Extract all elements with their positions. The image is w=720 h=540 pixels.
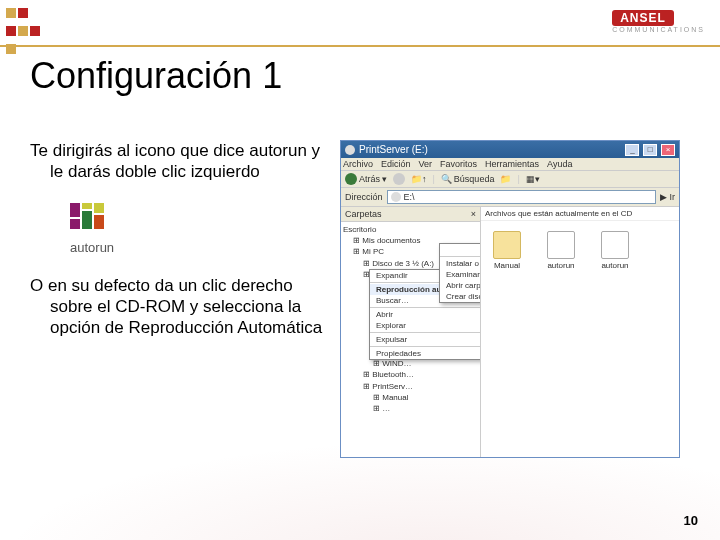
address-label: Dirección [345,192,383,202]
close-tree-icon[interactable]: × [471,209,476,219]
menu-item[interactable]: Archivo [343,159,373,169]
tree-item[interactable]: ⊞ Bluetooth… [343,369,478,380]
menu-item[interactable]: Herramientas [485,159,539,169]
brand-name: ANSEL [612,10,674,26]
tree-item[interactable]: ⊞ Manual [343,392,478,403]
minimize-button[interactable]: _ [625,144,639,156]
ctx-item[interactable]: Crear discs and style [440,291,481,302]
ctx-item[interactable]: Explorar [370,320,481,331]
folders-button[interactable]: 📁 [500,174,511,184]
autorun-icon-block: autorun [70,203,330,255]
go-button[interactable]: ▶ Ir [660,192,675,202]
divider [0,45,720,47]
page-title: Configuración 1 [30,55,282,97]
autorun-icon [70,203,110,238]
context-submenu: …InstallShield Instalar o ejecutar progr… [439,243,481,303]
paragraph-1: Te dirigirás al icono que dice autorun y… [30,140,330,183]
address-field[interactable]: E:\ [387,190,656,204]
tree-item[interactable]: ⊞ PrintServ… [343,381,478,392]
screenshot-column: PrintServer (E:) _ □ × Archivo Edición V… [340,140,700,500]
brand-logo: ANSEL COMMUNICATIONS [612,8,705,33]
up-button[interactable]: 📁↑ [411,174,427,184]
ctx-item[interactable]: Expulsar [370,334,481,345]
ctx-item[interactable]: Abrir [370,309,481,320]
toolbar: Atrás ▾ 📁↑ | 🔍 Búsqueda 📁 | ▦▾ [341,171,679,188]
titlebar: PrintServer (E:) _ □ × [341,141,679,158]
paragraph-2: O en su defecto da un clic derecho sobre… [30,275,330,339]
autorun-label: autorun [70,240,330,255]
window-controls: _ □ × [624,143,675,156]
autorun-file-icon[interactable]: autorun [543,231,579,270]
menu-item[interactable]: Favoritos [440,159,477,169]
ctx-item[interactable]: Instalar o ejecutar programa… [440,258,481,269]
maximize-button[interactable]: □ [643,144,657,156]
views-button[interactable]: ▦▾ [526,174,540,184]
menu-item[interactable]: Ver [419,159,433,169]
content-header: Archivos que están actualmente en el CD [481,207,679,221]
logo-pixels [5,5,41,59]
menu-item[interactable]: Edición [381,159,411,169]
close-button[interactable]: × [661,144,675,156]
brand-subtitle: COMMUNICATIONS [612,26,705,33]
explorer-window: PrintServer (E:) _ □ × Archivo Edición V… [340,140,680,458]
sub-header: …InstallShield [440,244,481,255]
text-column: Te dirigirás al icono que dice autorun y… [30,140,330,500]
menu-item[interactable]: Ayuda [547,159,572,169]
page-number: 10 [684,513,698,528]
menubar: Archivo Edición Ver Favoritos Herramient… [341,158,679,171]
folder-icon[interactable]: Manual [489,231,525,270]
address-bar: Dirección E:\ ▶ Ir [341,188,679,207]
tree-item[interactable]: Escritorio [343,224,478,235]
window-title: PrintServer (E:) [345,144,428,155]
content-panel: Archivos que están actualmente en el CD … [481,207,679,457]
forward-button[interactable] [393,173,405,185]
ctx-item[interactable]: Examinar el software en CD [440,269,481,280]
back-button[interactable]: Atrás ▾ [345,173,387,185]
search-button[interactable]: 🔍 Búsqueda [441,174,495,184]
ctx-item[interactable]: Propiedades [370,348,481,359]
tree-item[interactable]: ⊞ … [343,403,478,414]
tree-title: Carpetas [345,209,382,219]
ctx-item[interactable]: Abrir carpeta para ver… [440,280,481,291]
autorun-exe-icon[interactable]: autorun [597,231,633,270]
folder-tree: Carpetas × Escritorio⊞ Mis documentos⊞ M… [341,207,481,457]
